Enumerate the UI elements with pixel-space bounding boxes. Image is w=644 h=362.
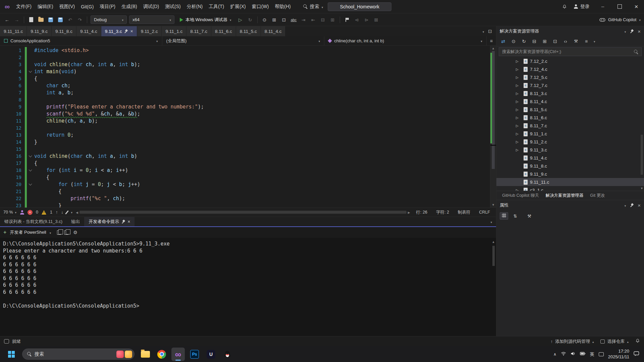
expand-arrow-icon[interactable] bbox=[516, 148, 521, 152]
code-editor[interactable]: 1#include <stdio.h>2 3void chline(char c… bbox=[0, 46, 496, 208]
notification-center-icon[interactable] bbox=[634, 351, 639, 357]
pin-icon[interactable] bbox=[121, 220, 125, 224]
pin-icon[interactable] bbox=[630, 30, 634, 33]
editor-vertical-scrollbar[interactable]: ▲ ▼ bbox=[490, 46, 496, 208]
warning-count[interactable]: 1 bbox=[50, 210, 52, 215]
collapse-all-icon[interactable]: ⊟ bbox=[531, 37, 537, 45]
code-line-15[interactable]: 15 bbox=[0, 146, 490, 153]
sign-in-button[interactable]: 登录 bbox=[570, 4, 594, 10]
clear-bookmarks-icon[interactable]: ⊠ bbox=[373, 16, 380, 24]
find-icon[interactable]: ⊡ bbox=[280, 16, 288, 24]
alphabetical-sort-icon[interactable] bbox=[512, 212, 519, 220]
scroll-left-icon[interactable] bbox=[76, 210, 78, 215]
code-line-13[interactable]: 13 return 0; bbox=[0, 132, 490, 139]
panel-tab-错误列表 - 当前文档(9.11_3.c)[interactable]: 错误列表 - 当前文档(9.11_3.c) bbox=[0, 217, 67, 226]
code-line-5[interactable]: 5{ bbox=[0, 75, 490, 82]
add-to-source-control-button[interactable]: 添加到源代码管理 bbox=[550, 338, 594, 345]
start-without-debugging-icon[interactable] bbox=[237, 16, 244, 24]
editor-tab-9.11_11.c[interactable]: 9.11_11.c bbox=[0, 26, 27, 36]
menu-item-7[interactable]: 测试(S) bbox=[162, 2, 184, 11]
scroll-up-icon[interactable]: ▲ bbox=[492, 239, 494, 244]
tree-scroll-thumb[interactable] bbox=[641, 135, 643, 175]
editor-tab-9.11_9.c[interactable]: 9.11_9.c bbox=[27, 26, 52, 36]
code-line-14[interactable]: 14} bbox=[0, 139, 490, 146]
menu-item-4[interactable]: 项目(P) bbox=[97, 2, 118, 11]
menu-item-3[interactable]: Git(G) bbox=[78, 2, 97, 11]
code-line-23[interactable]: 23 } bbox=[0, 202, 490, 208]
chevron-down-icon[interactable] bbox=[625, 203, 626, 208]
navbar-options-icon[interactable]: ≡ bbox=[487, 36, 496, 45]
symbol-dropdown[interactable]: chline(char ch, int a, int b) bbox=[324, 36, 487, 45]
notifications-bell-icon[interactable] bbox=[561, 3, 568, 11]
expand-arrow-icon[interactable] bbox=[516, 67, 521, 71]
next-issue-icon[interactable] bbox=[61, 210, 63, 215]
battery-icon[interactable] bbox=[580, 352, 586, 357]
configuration-dropdown[interactable]: Debug bbox=[91, 15, 127, 24]
menu-item-10[interactable]: 扩展(X) bbox=[227, 2, 249, 11]
chrome-icon[interactable] bbox=[155, 348, 168, 361]
search-highlights[interactable] bbox=[116, 351, 132, 358]
close-icon[interactable] bbox=[130, 29, 133, 34]
tree-item-7.12_7.c[interactable]: c7.12_7.c bbox=[496, 81, 644, 89]
properties-icon[interactable]: ⊡ bbox=[552, 37, 558, 45]
warning-count-icon[interactable] bbox=[42, 210, 47, 215]
build-tools-icon[interactable] bbox=[573, 37, 579, 45]
menu-item-11[interactable]: 窗口(W) bbox=[249, 2, 272, 11]
code-line-6[interactable]: 6 char ch; bbox=[0, 82, 490, 89]
menu-item-0[interactable]: 文件(F) bbox=[13, 2, 35, 11]
start-debugging-button[interactable]: 本地 Windows 调试器 bbox=[177, 15, 234, 24]
code-line-21[interactable]: 21 { bbox=[0, 188, 490, 195]
pin-icon[interactable] bbox=[630, 203, 634, 207]
expand-arrow-icon[interactable] bbox=[516, 76, 521, 79]
tree-item-9.11_9.c[interactable]: c9.11_9.c bbox=[496, 170, 644, 178]
expand-arrow-icon[interactable] bbox=[516, 92, 521, 95]
scroll-up-icon[interactable]: ▲ bbox=[492, 46, 495, 51]
code-line-9[interactable]: 9 printf("Please enter a character and t… bbox=[0, 103, 490, 110]
touch-keyboard-icon[interactable] bbox=[599, 352, 604, 356]
maximize-button[interactable] bbox=[612, 0, 627, 13]
scroll-right-icon[interactable] bbox=[408, 210, 410, 215]
close-icon[interactable] bbox=[638, 29, 641, 34]
tree-item-8.11_5.c[interactable]: c8.11_5.c bbox=[496, 105, 644, 114]
expand-arrow-icon[interactable] bbox=[516, 132, 521, 136]
navigate-back-icon[interactable]: ← bbox=[3, 16, 11, 24]
zoom-control[interactable]: 70 % bbox=[3, 210, 16, 215]
scrollbar-thumb[interactable] bbox=[492, 51, 495, 169]
panel-tab-开发者命令提示[interactable]: 开发者命令提示 bbox=[84, 217, 135, 226]
code-line-3[interactable]: 3void chline(char ch, int a, int b); bbox=[0, 61, 490, 68]
volume-icon[interactable] bbox=[571, 352, 576, 357]
horizontal-scrollbar[interactable] bbox=[76, 210, 410, 215]
expand-arrow-icon[interactable] bbox=[516, 100, 521, 103]
previous-bookmark-icon[interactable]: ⊲ bbox=[353, 16, 361, 24]
terminal-scrollbar[interactable]: ▲ bbox=[491, 239, 495, 335]
active-files-dropdown-icon[interactable] bbox=[483, 29, 484, 34]
open-folder-icon[interactable] bbox=[37, 16, 45, 24]
tree-item-8.11_3.c[interactable]: c8.11_3.c bbox=[496, 89, 644, 97]
input-language-indicator[interactable]: 英 bbox=[590, 351, 594, 357]
editor-tab-9.11_3.c[interactable]: 9.11_3.c bbox=[101, 26, 137, 36]
code-line-1[interactable]: 1#include <stdio.h> bbox=[0, 47, 490, 54]
tree-item-8.11_6.c[interactable]: c8.11_6.c bbox=[496, 114, 644, 122]
select-repository-button[interactable]: 选择仓库 bbox=[600, 338, 629, 345]
shell-selector[interactable]: 开发者 PowerShell bbox=[10, 229, 46, 235]
expand-arrow-icon[interactable] bbox=[516, 140, 521, 144]
file-explorer-icon[interactable] bbox=[139, 348, 152, 361]
indent-icon[interactable]: ⇥ bbox=[300, 16, 307, 24]
scrollbar-track[interactable] bbox=[490, 51, 496, 202]
expand-arrow-icon[interactable] bbox=[516, 84, 521, 87]
next-bookmark-icon[interactable]: ⊳ bbox=[363, 16, 370, 24]
scope-dropdown[interactable]: (全局范围) bbox=[162, 36, 325, 45]
code-line-2[interactable]: 2 bbox=[0, 54, 490, 61]
network-icon[interactable] bbox=[561, 352, 566, 357]
tree-item-9.11_3.c[interactable]: c9.11_3.c bbox=[496, 146, 644, 154]
code-area[interactable]: 1#include <stdio.h>2 3void chline(char c… bbox=[0, 46, 490, 208]
expand-arrow-icon[interactable] bbox=[516, 59, 521, 63]
new-file-icon[interactable] bbox=[28, 16, 35, 24]
code-line-4[interactable]: 4int main(void) bbox=[0, 68, 490, 75]
breakpoints-icon[interactable]: ⊙ bbox=[261, 16, 268, 24]
tool-tab-Git 更改[interactable]: Git 更改 bbox=[587, 191, 608, 200]
menu-item-6[interactable]: 调试(D) bbox=[140, 2, 162, 11]
menu-item-12[interactable]: 帮助(H) bbox=[272, 2, 293, 11]
hot-reload-icon[interactable]: ↻ bbox=[247, 16, 254, 24]
float-window-icon[interactable]: ⊡ bbox=[488, 29, 492, 34]
